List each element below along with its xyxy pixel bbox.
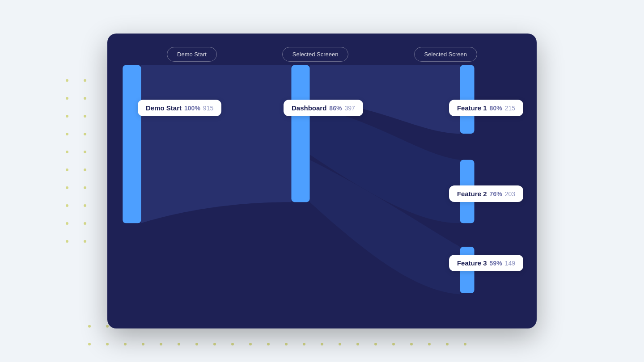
svg-point-63	[464, 343, 466, 345]
svg-point-52	[267, 343, 270, 345]
svg-point-4	[66, 115, 68, 118]
svg-point-5	[84, 115, 86, 118]
svg-point-0	[66, 79, 68, 82]
node-card-demo-start[interactable]: Demo Start 100% 915	[138, 100, 221, 116]
node-card-dashboard[interactable]: Dashboard 86% 397	[284, 100, 363, 116]
node-demo-start-pct: 100%	[184, 105, 200, 112]
node-demo-start-count: 915	[203, 105, 213, 112]
svg-point-54	[303, 343, 305, 345]
node-feature1-pct: 80%	[490, 105, 502, 112]
columns-header: Demo Start Selected Screeen Selected Scr…	[107, 34, 537, 71]
node-dashboard-count: 397	[344, 105, 355, 112]
node-card-feature3[interactable]: Feature 3 59% 149	[449, 255, 523, 271]
node-feature3-name: Feature 3	[457, 259, 487, 267]
svg-point-19	[84, 240, 86, 243]
svg-point-59	[392, 343, 395, 345]
svg-point-53	[285, 343, 288, 345]
col-header-selected-screeen[interactable]: Selected Screeen	[282, 47, 349, 62]
svg-point-7	[84, 133, 86, 135]
svg-point-1	[84, 79, 86, 82]
svg-point-8	[66, 151, 68, 153]
node-dashboard-name: Dashboard	[292, 104, 326, 112]
svg-point-11	[84, 168, 86, 171]
svg-rect-65	[291, 65, 309, 202]
svg-point-58	[374, 343, 377, 345]
node-feature3-count: 149	[505, 260, 515, 267]
svg-point-56	[339, 343, 341, 345]
svg-point-6	[66, 133, 68, 135]
node-feature2-count: 203	[505, 190, 515, 198]
svg-point-48	[195, 343, 198, 345]
svg-point-15	[84, 204, 86, 207]
node-feature1-name: Feature 1	[457, 104, 487, 112]
node-card-feature1[interactable]: Feature 1 80% 215	[449, 100, 523, 116]
svg-point-14	[66, 204, 68, 207]
svg-rect-64	[123, 65, 141, 223]
svg-point-43	[106, 343, 109, 345]
col-header-demo-start[interactable]: Demo Start	[167, 47, 217, 62]
svg-point-2	[66, 97, 68, 100]
svg-point-16	[66, 222, 68, 225]
col-header-selected-screen[interactable]: Selected Screen	[414, 47, 477, 62]
svg-point-3	[84, 97, 86, 100]
node-feature2-pct: 76%	[490, 190, 502, 198]
node-dashboard-pct: 86%	[329, 105, 342, 112]
svg-point-51	[249, 343, 252, 345]
svg-point-20	[88, 325, 91, 328]
svg-point-44	[124, 343, 127, 345]
svg-point-55	[321, 343, 323, 345]
node-card-feature2[interactable]: Feature 2 76% 203	[449, 185, 523, 202]
svg-point-61	[428, 343, 431, 345]
svg-point-45	[142, 343, 144, 345]
svg-point-60	[410, 343, 413, 345]
node-feature1-count: 215	[505, 105, 515, 112]
node-feature2-name: Feature 2	[457, 190, 487, 198]
svg-point-12	[66, 186, 68, 189]
node-demo-start-name: Demo Start	[146, 104, 182, 112]
chart-container: Demo Start Selected Screeen Selected Scr…	[107, 34, 537, 328]
svg-point-10	[66, 168, 68, 171]
svg-point-47	[178, 343, 180, 345]
svg-point-49	[213, 343, 216, 345]
svg-point-62	[446, 343, 449, 345]
svg-point-50	[231, 343, 234, 345]
svg-point-17	[84, 222, 86, 225]
node-feature3-pct: 59%	[490, 260, 502, 267]
svg-point-13	[84, 186, 86, 189]
svg-point-42	[88, 343, 91, 345]
svg-point-57	[356, 343, 359, 345]
svg-point-18	[66, 240, 68, 243]
svg-point-9	[84, 151, 86, 153]
svg-point-46	[160, 343, 162, 345]
